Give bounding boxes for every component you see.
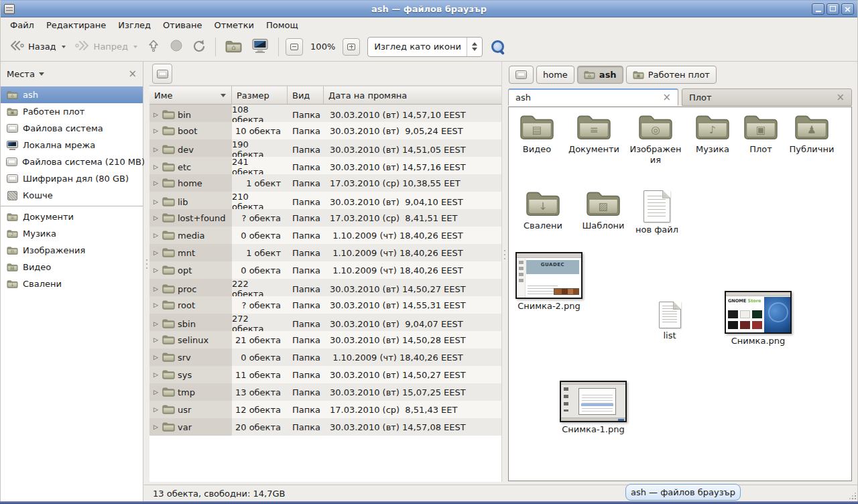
- table-row[interactable]: ▷root? обектаПапка30.03.2010 (вт) 14,55,…: [149, 296, 501, 314]
- table-row[interactable]: ▷proc222 обектаПапка30.03.2010 (вт) 14,5…: [149, 279, 501, 296]
- icon-view-item-4[interactable]: ▣Плот: [741, 113, 781, 155]
- sidebar-item-6[interactable]: Кошче: [1, 187, 143, 204]
- table-row[interactable]: ▷lost+found? обектаПапка17.03.2010 (ср) …: [149, 209, 501, 227]
- expander-icon[interactable]: ▷: [152, 249, 160, 256]
- menu-item-2[interactable]: Изглед: [112, 19, 157, 32]
- table-row[interactable]: ▷boot10 обектаПапка30.03.2010 (вт) 9,05,…: [149, 122, 501, 139]
- computer-button[interactable]: [247, 35, 273, 58]
- pane-splitter[interactable]: [502, 62, 507, 482]
- menu-item-4[interactable]: Отметки: [208, 19, 259, 32]
- menu-item-3[interactable]: Отиване: [157, 19, 208, 32]
- icon-view-item-6[interactable]: ↓Свалени: [517, 189, 569, 231]
- sidebar-item-3[interactable]: Локална мрежа: [1, 137, 143, 153]
- icon-view-item-5[interactable]: ♟Публични: [784, 113, 840, 155]
- chevron-down-icon[interactable]: [39, 72, 44, 76]
- pathbar-button-0[interactable]: [509, 66, 534, 84]
- minimize-button[interactable]: [812, 3, 824, 15]
- menu-item-0[interactable]: Файл: [4, 19, 40, 32]
- sidebar-item-5[interactable]: Шифриран дял (80 GB): [1, 170, 143, 187]
- sidebar-item-0[interactable]: ⌂ash: [1, 86, 143, 103]
- expander-icon[interactable]: ▷: [152, 127, 160, 134]
- pathbar-button-1[interactable]: home: [536, 66, 574, 84]
- view-mode-select[interactable]: Изглед като икони: [367, 37, 483, 57]
- taskbar-window-button[interactable]: ash — файлов браузър: [625, 484, 741, 501]
- expander-icon[interactable]: ▷: [152, 406, 160, 413]
- table-row[interactable]: ▷sbin272 обектаПапка30.03.2010 (вт) 9,04…: [149, 314, 501, 331]
- sidebar-item-7[interactable]: ≡Документи: [1, 208, 143, 225]
- expander-icon[interactable]: ▷: [152, 214, 160, 221]
- forward-button[interactable]: Напред: [70, 36, 142, 57]
- expander-icon[interactable]: ▷: [152, 164, 160, 170]
- sidebar-item-4[interactable]: Файлова система (210 MB): [1, 153, 143, 170]
- icon-view-item-10[interactable]: list: [650, 302, 690, 341]
- table-row[interactable]: ▷bin108 обектаПапка30.03.2010 (вт) 14,57…: [149, 105, 501, 122]
- expander-icon[interactable]: ▷: [152, 302, 160, 308]
- maximize-button[interactable]: [826, 3, 839, 15]
- icon-view-item-11[interactable]: GNOME StoreСнимка.png: [722, 291, 794, 346]
- expander-icon[interactable]: ▷: [152, 146, 160, 153]
- sidebar-item-1[interactable]: ▣Работен плот: [1, 103, 143, 120]
- search-icon[interactable]: [491, 40, 505, 54]
- stop-button[interactable]: [165, 36, 188, 58]
- table-row[interactable]: ▷home1 обектПапка17.03.2010 (ср) 10,38,5…: [149, 174, 501, 192]
- expander-icon[interactable]: ▷: [152, 111, 160, 118]
- table-row[interactable]: ▷media0 обектаПапка 1.10.2009 (чт) 18,40…: [149, 227, 501, 244]
- icon-view-item-1[interactable]: ≡Документи: [565, 113, 623, 155]
- sidebar-item-9[interactable]: ◎Изображения: [1, 242, 143, 259]
- table-row[interactable]: ▷tmp13 обектаПапка30.03.2010 (вт) 15,07,…: [149, 383, 501, 401]
- table-row[interactable]: ▷opt0 обектаПапка 1.10.2009 (чт) 18,40,2…: [149, 261, 501, 279]
- expander-icon[interactable]: ▷: [152, 354, 160, 361]
- sidebar-item-2[interactable]: Файлова система: [1, 120, 143, 137]
- sidebar-header-label[interactable]: Места: [7, 69, 35, 79]
- table-row[interactable]: ▷srv0 обектаПапка 1.10.2009 (чт) 18,40,2…: [149, 349, 501, 366]
- sidebar-item-11[interactable]: ↓Свалени: [1, 275, 143, 292]
- menu-item-1[interactable]: Редактиране: [40, 19, 112, 32]
- pane-splitter[interactable]: [144, 62, 149, 501]
- table-row[interactable]: ▷usr12 обектаПапка17.03.2010 (ср) 8,51,4…: [149, 401, 501, 418]
- expander-icon[interactable]: ▷: [152, 424, 160, 430]
- sidebar-close-button[interactable]: ×: [128, 69, 137, 79]
- back-button[interactable]: Назад: [5, 36, 70, 57]
- table-row[interactable]: ▷mnt1 обектПапка 1.10.2009 (чт) 18,40,26…: [149, 244, 501, 261]
- tab-1[interactable]: Плот×: [682, 88, 852, 106]
- expander-icon[interactable]: ▷: [152, 389, 160, 395]
- sidebar-item-8[interactable]: ♪Музика: [1, 225, 143, 242]
- table-row[interactable]: ▷selinux21 обектаПапка30.03.2010 (вт) 14…: [149, 331, 501, 349]
- pathbar-button-2[interactable]: ⌂ash: [577, 66, 623, 84]
- table-row[interactable]: ▷var20 обектаПапка30.03.2010 (вт) 14,57,…: [149, 418, 501, 436]
- icon-view-item-12[interactable]: Снимка-1.png: [557, 381, 629, 435]
- titlebar[interactable]: ash — файлов браузър ×: [1, 0, 857, 17]
- expander-icon[interactable]: ▷: [152, 371, 160, 378]
- menu-item-5[interactable]: Помощ: [260, 19, 304, 32]
- expander-icon[interactable]: ▷: [152, 198, 160, 205]
- filesystem-root-button[interactable]: [152, 64, 172, 84]
- resize-grip-icon[interactable]: [848, 491, 856, 499]
- icon-view-item-2[interactable]: ◎Изображения: [629, 113, 682, 166]
- expander-icon[interactable]: ▷: [152, 267, 160, 273]
- home-button[interactable]: ⌂: [221, 36, 247, 57]
- expander-icon[interactable]: ▷: [152, 320, 160, 327]
- zoom-out-button[interactable]: [286, 38, 303, 56]
- icon-view-item-3[interactable]: ♪Музика: [688, 113, 737, 155]
- icon-view-item-9[interactable]: GUADECСнимка-2.png: [514, 252, 584, 312]
- table-row[interactable]: ▷dev190 обектаПапка30.03.2010 (вт) 14,51…: [149, 139, 501, 157]
- expander-icon[interactable]: ▷: [152, 180, 160, 186]
- pathbar-button-3[interactable]: ▣Работен плот: [626, 66, 717, 84]
- icon-view-item-7[interactable]: ▨Шаблони: [576, 189, 631, 231]
- icon-view-item-8[interactable]: нов файл: [632, 190, 682, 235]
- column-header-date[interactable]: Дата на промяна: [324, 86, 501, 105]
- expander-icon[interactable]: ▷: [152, 232, 160, 239]
- table-row[interactable]: ▷etc241 обектаПапка30.03.2010 (вт) 14,57…: [149, 157, 501, 174]
- expander-icon[interactable]: ▷: [152, 336, 160, 343]
- icon-view[interactable]: ▤Видео≡Документи◎Изображения♪Музика▣Плот…: [508, 107, 852, 481]
- expander-icon[interactable]: ▷: [152, 286, 160, 292]
- up-button[interactable]: [142, 36, 165, 58]
- table-row[interactable]: ▷sys11 обектаПапка30.03.2010 (вт) 14,50,…: [149, 366, 501, 383]
- reload-button[interactable]: [188, 36, 210, 58]
- zoom-in-button[interactable]: [343, 38, 360, 56]
- table-row[interactable]: ▷lib210 обектаПапка30.03.2010 (вт) 9,04,…: [149, 192, 501, 209]
- icon-view-item-0[interactable]: ▤Видео: [515, 113, 558, 155]
- sidebar-item-10[interactable]: ▤Видео: [1, 259, 143, 275]
- column-header-type[interactable]: Вид: [288, 86, 324, 105]
- tab-close-icon[interactable]: ×: [662, 92, 671, 103]
